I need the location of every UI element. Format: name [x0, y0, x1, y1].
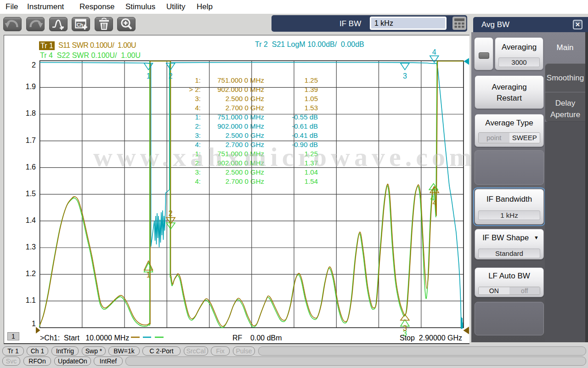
svg-text:3: 3 [403, 324, 407, 332]
svg-text:2: 2 [169, 209, 173, 217]
svg-text:4: 4 [432, 48, 436, 56]
svg-text:1: 1 [147, 72, 151, 80]
svg-text:3: 3 [403, 72, 407, 80]
svg-text:2: 2 [169, 72, 173, 80]
svg-text:1: 1 [147, 271, 151, 279]
svg-text:4: 4 [433, 199, 437, 207]
